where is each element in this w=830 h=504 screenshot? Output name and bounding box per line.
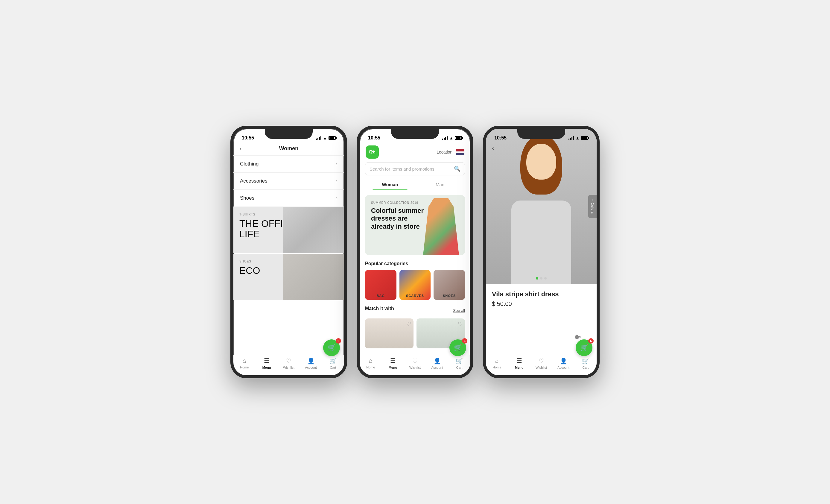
status-icons-1: ▲ [316,135,336,140]
cart-icon-3: 🛒 [582,357,589,365]
page-header-2: 🛍 Location: [360,143,470,162]
battery-icon-2 [455,136,462,140]
nav-account-1[interactable]: 👤 Account [300,357,322,369]
search-bar[interactable]: Search for items and promotions 🔍 [365,162,465,176]
nav-menu-3[interactable]: ☰ Menu [508,357,530,369]
flag-icon [456,149,465,155]
nav-account-2[interactable]: 👤 Account [426,357,448,369]
heart-icon-1[interactable]: ♡ [406,321,411,327]
menu-icon: ☰ [264,357,269,365]
battery-icon-3 [581,136,588,140]
category-item-accessories[interactable]: Accessories › [233,173,344,190]
back-button-1[interactable]: ‹ [240,145,242,152]
match-item-1[interactable]: ♡ [365,318,414,348]
phone-2: 10:55 ▲ 🛍 Location: [357,126,473,378]
page-title-1: Women [279,146,298,152]
back-button-3[interactable]: ‹ [492,144,494,152]
banner-text: SUMMER COLLECTION 2019 Colorful summer d… [371,201,425,230]
nav-account-3[interactable]: 👤 Account [552,357,574,369]
product-name: Vila stripe shirt dress [492,290,590,298]
nav-wishlist-3[interactable]: ♡ Wishlist [530,357,552,369]
location-area[interactable]: Location: [437,149,465,155]
cart-fab-1[interactable]: 🛒 6 [323,339,340,356]
nav-cart-2[interactable]: 🛒 Cart [448,357,470,369]
phone-2-screen: 10:55 ▲ 🛍 Location: [360,129,470,375]
tshirt-image [283,207,344,253]
signal-icon-2 [442,136,448,140]
search-icon: 🔍 [454,165,460,172]
search-placeholder: Search for items and promotions [370,166,451,171]
category-list-1: Clothing › Accessories › Shoes › T-SHIRT… [233,156,344,355]
see-all-link[interactable]: See all [453,308,465,313]
menu-icon-3: ☰ [516,357,522,365]
nav-cart-3[interactable]: 🛒 Cart [574,357,597,369]
promo-card-content-2: SHOES ECO [240,260,260,276]
battery-icon-1 [328,136,336,140]
cart-icon-2: 🛒 [456,357,463,365]
page-header-1: ‹ Women [233,143,344,156]
category-shoes[interactable]: SHOES [434,270,465,300]
signal-icon-1 [316,136,321,140]
bottom-nav-1: ⌂ Home ☰ Menu ♡ Wishlist 👤 Account 🛒 Car… [233,355,344,375]
dot-2[interactable] [540,277,542,280]
promo-title-2: ECO [240,265,260,276]
cart-badge-3: 6 [588,338,594,344]
heart-icon-2[interactable]: ♡ [458,321,462,327]
status-icons-2: ▲ [442,135,462,140]
promo-image-2 [283,254,344,300]
dot-3[interactable] [544,277,547,280]
category-bag[interactable]: BAG [365,270,396,300]
nav-home-3[interactable]: ⌂ Home [486,357,508,369]
cart-fab-2[interactable]: 🛒 6 [449,339,466,356]
logo-icon[interactable]: 🛍 [365,146,379,159]
tab-woman[interactable]: Woman [365,179,415,190]
nav-wishlist-2[interactable]: ♡ Wishlist [404,357,426,369]
cart-badge-1: 6 [336,338,341,344]
colors-tab[interactable]: + Colors [588,195,597,218]
category-item-shoes[interactable]: Shoes › [233,190,344,207]
nav-cart-1[interactable]: 🛒 Cart [322,357,344,369]
nav-home-2[interactable]: ⌂ Home [360,357,382,369]
popular-categories-title: Popular categories [365,261,465,266]
cart-icon: 🛒 [329,357,337,365]
match-title: Match it with [365,306,394,311]
tabs-bar: Woman Man [365,179,465,190]
product-price: $ 50.00 [492,301,590,307]
nav-home-1[interactable]: ⌂ Home [233,357,256,369]
status-time-1: 10:55 [242,135,254,141]
promo-image-1 [283,207,344,253]
cart-fab-3[interactable]: 🛒 6 [576,339,593,356]
menu-icon-2: ☰ [390,357,395,365]
home-icon-2: ⌂ [369,357,373,364]
account-icon-2: 👤 [434,357,441,365]
nav-wishlist-1[interactable]: ♡ Wishlist [278,357,300,369]
person-face [526,144,556,180]
dress-figure [423,198,459,255]
account-icon-3: 👤 [560,357,567,365]
status-icons-3: ▲ [569,135,588,140]
cart-badge-2: 6 [462,338,467,344]
phone-1: 10:55 ▲ ‹ Women Clothing › Acce [230,126,347,378]
status-bar-3: 10:55 ▲ [486,129,597,143]
promo-card-tshirts[interactable]: T-SHIRTS THE OFFICE LIFE [233,207,344,253]
categories-row: BAG SCARVES SHOES [365,270,465,300]
wishlist-icon-3: ♡ [539,357,544,365]
category-item-clothing[interactable]: Clothing › [233,156,344,173]
match-header: Match it with See all [365,306,465,315]
phone-1-screen: 10:55 ▲ ‹ Women Clothing › Acce [233,129,344,375]
scroll-content-2: SUMMER COLLECTION 2019 Colorful summer d… [360,190,470,355]
wifi-icon-1: ▲ [323,135,327,140]
tab-man[interactable]: Man [415,179,465,190]
category-scarves[interactable]: SCARVES [400,270,431,300]
phone-3-screen: 10:55 ▲ ‹ + Colors [486,129,597,375]
nav-menu-2[interactable]: ☰ Menu [382,357,404,369]
banner-card[interactable]: SUMMER COLLECTION 2019 Colorful summer d… [365,195,465,255]
promo-card-shoes[interactable]: SHOES ECO [233,254,344,300]
status-bar-1: 10:55 ▲ [233,129,344,143]
dot-1[interactable] [536,277,538,280]
home-icon: ⌂ [243,357,246,364]
status-bar-2: 10:55 ▲ [360,129,470,143]
wishlist-icon: ♡ [286,357,291,365]
nav-menu-1[interactable]: ☰ Menu [256,357,278,369]
product-hero: ‹ + Colors [486,129,597,284]
